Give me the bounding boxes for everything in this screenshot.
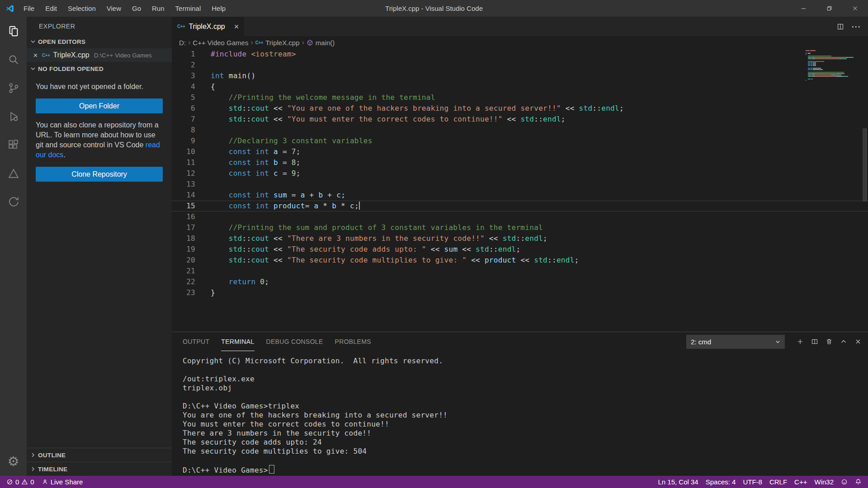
settings-activity-button[interactable]: ⚙ [0,447,27,476]
breadcrumb-item-1[interactable]: C++ Video Games [193,39,248,47]
new-terminal-icon[interactable] [797,338,804,345]
code-line-12[interactable]: 12 const int c = 9; [172,168,868,179]
code-line-9[interactable]: 9 //Declaring 3 constant variables [172,136,868,146]
code-line-14[interactable]: 14 const int sum = a + b + c; [172,190,868,201]
line-number: 11 [172,157,195,168]
code-line-3[interactable]: 3int main() [172,70,868,81]
code-line-1[interactable]: 1#include <iostream> [172,49,868,60]
chevron-down-icon [29,38,37,45]
code-line-11[interactable]: 11 const int b = 8; [172,157,868,168]
close-panel-icon[interactable] [854,338,862,345]
code-line-7[interactable]: 7 std::cout << "You must enter the corre… [172,114,868,125]
panel-tab-output[interactable]: OUTPUT [183,332,209,351]
breadcrumb-item-2[interactable]: C++TripleX.cpp [255,39,300,47]
code-line-21[interactable]: 21 [172,266,868,277]
status-bar: 00Live Share Ln 15, Col 34Spaces: 4UTF-8… [0,476,868,488]
main-area: C++ TripleX.cpp × ⋯ D:›C++ Video Games›C… [172,17,868,476]
code-line-22[interactable]: 22 return 0; [172,277,868,287]
code-line-6[interactable]: 6 std::cout << "You are one of the hacke… [172,103,868,114]
code-line-8[interactable]: 8 [172,125,868,136]
menu-selection[interactable]: Selection [62,0,101,17]
status-encoding[interactable]: UTF-8 [739,476,766,488]
split-terminal-icon[interactable] [811,338,818,345]
source-control-activity-button[interactable] [0,74,27,102]
code-line-19[interactable]: 19 std::cout << "The security code adds … [172,244,868,255]
close-editor-icon[interactable]: × [32,52,39,59]
code-editor[interactable]: 1#include <iostream>23int main()4{5 //Pr… [172,49,868,332]
live-share-activity-button[interactable] [0,188,27,216]
terminal-picker-value: 2: cmd [691,338,711,346]
terminal-line: The security code adds upto: 24 [183,438,868,447]
code-text: const int a = 7; [211,146,301,157]
open-folder-button[interactable]: Open Folder [36,99,163,113]
terminal-output[interactable]: Copyright (C) Microsoft Corporation. All… [172,351,868,476]
panel-tab-debug-console[interactable]: DEBUG CONSOLE [266,332,323,351]
extensions-activity-button[interactable] [0,131,27,159]
minimap[interactable] [806,50,861,81]
menu-run[interactable]: Run [146,0,170,17]
tab-triplex-cpp[interactable]: C++ TripleX.cpp × [172,17,244,36]
no-folder-header[interactable]: NO FOLDER OPENED [27,62,172,75]
code-line-15[interactable]: 15 const int product= a * b * c; [172,201,868,211]
breadcrumb-item-3[interactable]: main() [307,39,335,47]
code-line-16[interactable]: 16 [172,211,868,222]
status-platform-target[interactable]: Win32 [811,476,837,488]
code-text: //Declaring 3 constant variables [211,136,373,146]
code-line-18[interactable]: 18 std::cout << "There are 3 numbers in … [172,233,868,244]
code-line-2[interactable]: 2 [172,60,868,70]
status-live-share[interactable]: Live Share [38,476,87,488]
menu-go[interactable]: Go [127,0,146,17]
split-editor-icon[interactable] [837,23,844,30]
more-actions-icon[interactable]: ⋯ [851,22,861,31]
status-bar-right: Ln 15, Col 34Spaces: 4UTF-8CRLFC++Win32 [654,476,865,488]
status-notifications[interactable] [851,476,865,488]
terminal-prompt: D:\C++ Video Games> [183,466,268,474]
tab-close-icon[interactable]: × [234,23,239,31]
kill-terminal-trash-icon[interactable] [826,338,833,345]
timeline-section-header[interactable]: TIMELINE [27,462,172,476]
code-line-10[interactable]: 10 const int a = 7; [172,146,868,157]
minimize-button[interactable] [791,0,816,17]
close-button[interactable] [842,0,868,17]
clone-repository-button[interactable]: Clone Repository [36,167,163,182]
restore-button[interactable] [816,0,842,17]
status-problems[interactable]: 00 [3,476,38,488]
editor-actions: ⋯ [837,17,868,36]
terminal-picker-select[interactable]: 2: cmd [686,335,785,349]
triangle-extension-activity-button[interactable] [0,159,27,188]
line-number: 21 [172,266,195,277]
run-debug-activity-button[interactable] [0,102,27,131]
menu-terminal[interactable]: Terminal [170,0,207,17]
explorer-activity-button[interactable] [0,17,27,45]
clone-help-text: You can also clone a repository from a U… [36,120,163,160]
code-line-20[interactable]: 20 std::cout << "The security code multi… [172,255,868,266]
code-line-23[interactable]: 23} [172,287,868,298]
menu-edit[interactable]: Edit [40,0,62,17]
outline-section-header[interactable]: OUTLINE [27,448,172,462]
menu-file[interactable]: File [18,0,40,17]
breadcrumb-separator-icon: › [250,38,253,47]
status-language-mode[interactable]: C++ [791,476,811,488]
status-cursor-position[interactable]: Ln 15, Col 34 [654,476,702,488]
code-line-5[interactable]: 5 //Printing the welcome message in the … [172,92,868,103]
maximize-panel-chevron-up-icon[interactable] [840,338,847,345]
code-line-17[interactable]: 17 //Printing the sum and product of 3 c… [172,222,868,233]
terminal-line: D:\C++ Video Games>triplex [183,402,868,411]
code-line-4[interactable]: 4{ [172,81,868,92]
status-indentation[interactable]: Spaces: 4 [702,476,740,488]
open-editor-item[interactable]: × C++ TripleX.cpp D:\C++ Video Games [27,48,172,62]
editor-scrollbar[interactable] [863,128,867,202]
terminal-line [183,366,868,375]
terminal-cursor [269,465,274,474]
panel-tab-problems[interactable]: PROBLEMS [335,332,371,351]
code-line-13[interactable]: 13 [172,179,868,190]
status-eol-sequence[interactable]: CRLF [766,476,791,488]
panel-tab-terminal[interactable]: TERMINAL [221,332,254,351]
terminal-line: The security code multiplies to give: 50… [183,447,868,456]
search-activity-button[interactable] [0,45,27,74]
status-feedback[interactable] [837,476,851,488]
open-editors-header[interactable]: OPEN EDITORS [27,35,172,48]
menu-help[interactable]: Help [206,0,231,17]
menu-view[interactable]: View [101,0,127,17]
breadcrumb-item-0[interactable]: D: [179,39,186,47]
